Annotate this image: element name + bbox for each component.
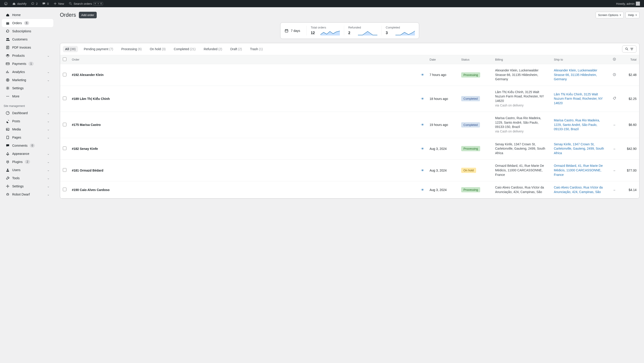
tab-trash[interactable]: Trash (1) xyxy=(248,46,265,52)
table-row: #182 Senay Kinfe 👁 Aug 3, 2024 Processin… xyxy=(60,138,639,160)
sidebar-item-pdf[interactable]: PDF Invoices xyxy=(2,44,53,52)
sidebar-item-media[interactable]: Media ⌄ xyxy=(2,125,53,133)
col-status: Status xyxy=(458,55,492,64)
howdy-user[interactable]: Howdy, admin xyxy=(614,0,642,7)
ship-to-link[interactable]: Ormazd Bédard, 41, Rue Marie De Médicis,… xyxy=(554,164,603,176)
sidebar-item-customers[interactable]: Customers xyxy=(2,35,53,44)
comments[interactable]: 0 xyxy=(40,0,51,7)
select-all-checkbox[interactable] xyxy=(63,58,66,61)
ship-to-link[interactable]: Marisa Castro, Rua Rio Madeira, 1229, Sa… xyxy=(554,118,600,131)
table-row: #190 Caio Alves Cardoso 👁 Aug 3, 2024 Pr… xyxy=(60,181,639,198)
row-checkbox[interactable] xyxy=(63,146,66,150)
tab-draft[interactable]: Draft (2) xyxy=(228,46,244,52)
media-icon xyxy=(6,127,10,132)
ship-to-link[interactable]: Lâm Thị Kiều Chinh, 3125 Walt Nuzum Farm… xyxy=(554,92,603,105)
sidebar-item-tools[interactable]: Tools ⌄ xyxy=(2,174,53,182)
sidebar-item-pages[interactable]: Pages ⌄ xyxy=(2,133,53,142)
preview-eye-icon[interactable]: 👁 xyxy=(421,97,424,100)
order-title[interactable]: #192 Alexander Klein xyxy=(72,73,104,76)
svg-point-18 xyxy=(7,169,8,170)
order-title[interactable]: #190 Caio Alves Cardoso xyxy=(72,188,110,192)
search-filter-button[interactable] xyxy=(622,46,636,53)
sparkline-refunded-icon xyxy=(358,30,377,36)
sidebar-item-payments[interactable]: Payments 1 xyxy=(2,60,53,68)
order-date: 19 hours ago xyxy=(430,123,448,126)
sidebar-item-wp_settings[interactable]: Settings ⌄ xyxy=(2,182,53,190)
ship-to-link[interactable]: Alexander Klein, Luckenwalder Strasse 66… xyxy=(554,68,597,81)
sidebar-item-dashboard[interactable]: Dashboard ⌄ xyxy=(2,109,53,117)
dash-icon: – xyxy=(614,147,615,150)
order-title[interactable]: #181 Ormazd Bédard xyxy=(72,168,103,172)
tab-count: (39) xyxy=(70,47,76,51)
sidebar-item-appearance[interactable]: Appearance ⌄ xyxy=(2,150,53,158)
tag-icon xyxy=(612,96,616,100)
wp-logo[interactable] xyxy=(2,0,10,7)
updates[interactable]: 2 xyxy=(29,0,40,7)
site-name[interactable]: dashify xyxy=(10,0,29,7)
sidebar-item-label: Subscriptions xyxy=(12,30,31,33)
preview-eye-icon[interactable]: 👁 xyxy=(421,123,424,126)
sidebar-item-analytics[interactable]: Analytics ⌄ xyxy=(2,68,53,76)
sidebar-item-comments[interactable]: Comments 0 xyxy=(2,142,53,150)
sidebar-item-label: Products xyxy=(12,54,25,58)
tab-processing[interactable]: Processing (6) xyxy=(119,46,144,52)
sidebar-item-subscriptions[interactable]: Subscriptions xyxy=(2,27,53,35)
summary-card: 7 days Total orders 12 Refunded 2 Comple… xyxy=(280,22,419,39)
sidebar-item-settings[interactable]: Settings xyxy=(2,84,53,92)
sidebar-item-orders[interactable]: Orders 6 xyxy=(2,19,53,27)
order-title[interactable]: #189 Lâm Thị Kiều Chinh xyxy=(72,97,110,100)
tab-pending[interactable]: Pending payment (7) xyxy=(82,46,116,52)
preview-eye-icon[interactable]: 👁 xyxy=(421,168,424,172)
dash-icon: – xyxy=(614,168,615,172)
help-button[interactable]: Help ▾ xyxy=(626,12,640,18)
sidebar-item-more[interactable]: More ⌄ xyxy=(2,92,53,100)
preview-eye-icon[interactable]: 👁 xyxy=(421,188,424,192)
history-icon xyxy=(612,73,616,76)
tab-label: Pending payment xyxy=(84,47,108,51)
sidebar-item-label: Appearance xyxy=(12,152,30,156)
row-checkbox[interactable] xyxy=(63,123,66,126)
sidebar-item-robot[interactable]: Robot Dwarf ⌄ xyxy=(2,190,53,198)
add-order-button[interactable]: Add order xyxy=(79,12,97,18)
products-icon xyxy=(6,53,10,58)
more-icon xyxy=(6,94,10,98)
screen-options-button[interactable]: Screen Options ▾ xyxy=(596,12,624,18)
screen-options-label: Screen Options xyxy=(598,13,618,17)
sidebar-item-label: Dashboard xyxy=(12,111,28,115)
order-title[interactable]: #182 Senay Kinfe xyxy=(72,147,98,150)
row-checkbox[interactable] xyxy=(63,73,66,76)
row-checkbox[interactable] xyxy=(63,96,66,100)
tab-all[interactable]: All (39) xyxy=(63,46,78,52)
chevron-down-icon: ⌄ xyxy=(47,128,50,131)
metric-refunded-label: Refunded xyxy=(348,26,377,29)
ship-to-link[interactable]: Senay Kinfe, 1347 Crown St, Carletonvill… xyxy=(554,142,604,155)
preview-eye-icon[interactable]: 👁 xyxy=(421,73,424,76)
sidebar-item-label: Payments xyxy=(12,62,26,66)
billing-address: Senay Kinfe, 1347 Crown St, Carletonvill… xyxy=(495,142,548,156)
tab-completed[interactable]: Completed (21) xyxy=(172,46,198,52)
preview-eye-icon[interactable]: 👁 xyxy=(421,147,424,150)
ship-to-link[interactable]: Caio Alves Cardoso, Rua Víctor da Anunci… xyxy=(554,186,603,194)
new-content[interactable]: New xyxy=(51,0,66,7)
search-orders[interactable]: Search orders ⌘ + K xyxy=(66,0,106,7)
sidebar-item-posts[interactable]: Posts ⌄ xyxy=(2,117,53,125)
row-checkbox[interactable] xyxy=(63,188,66,191)
sidebar-item-users[interactable]: Users ⌄ xyxy=(2,166,53,174)
billing-via: via Cash on delivery xyxy=(495,103,548,108)
sidebar-item-marketing[interactable]: Marketing ⌄ xyxy=(2,76,53,84)
tab-count: (2) xyxy=(238,47,242,51)
svg-rect-20 xyxy=(7,194,9,195)
metric-total-label: Total orders xyxy=(311,26,340,29)
sidebar-item-home[interactable]: Home xyxy=(2,11,53,19)
tab-refunded[interactable]: Refunded (2) xyxy=(202,46,224,52)
sidebar-item-plugins[interactable]: Plugins 2 ⌄ xyxy=(2,158,53,166)
metric-completed-label: Completed xyxy=(386,26,415,29)
tab-onhold[interactable]: On hold (3) xyxy=(148,46,168,52)
order-date: 18 hours ago xyxy=(430,97,448,100)
order-title[interactable]: #175 Marisa Castro xyxy=(72,123,101,126)
row-checkbox[interactable] xyxy=(63,168,66,172)
sidebar-item-products[interactable]: Products ⌄ xyxy=(2,52,53,60)
note-icon xyxy=(612,58,616,61)
chevron-down-icon: ▾ xyxy=(636,13,637,17)
chevron-down-icon: ⌄ xyxy=(47,184,50,188)
